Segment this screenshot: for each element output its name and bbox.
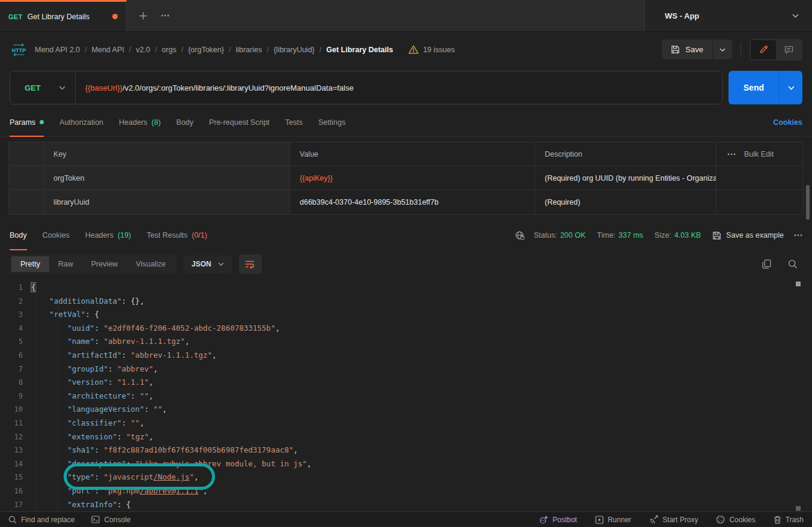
breadcrumb-item-libraries[interactable]: libraries — [235, 46, 262, 54]
select-all-cell[interactable] — [9, 142, 44, 166]
workspace-selector[interactable]: WS - App — [644, 0, 812, 31]
edit-request-button[interactable] — [751, 40, 776, 59]
tab-authorization[interactable]: Authorization — [59, 108, 103, 136]
copy-icon — [762, 259, 771, 269]
breadcrumb-item-get-library-details[interactable]: Get Library Details — [326, 46, 393, 54]
view-tab-raw[interactable]: Raw — [49, 256, 82, 272]
runner-button[interactable]: Runner — [595, 515, 631, 524]
response-tab-test-results[interactable]: Test Results(0/1) — [147, 221, 207, 250]
param-description-cell[interactable]: (Required) org UUID (by running Entities… — [535, 166, 717, 190]
save-icon — [712, 231, 721, 240]
find-and-replace-button[interactable]: Find and replace — [8, 516, 74, 524]
issues-indicator[interactable]: 19 issues — [408, 45, 455, 54]
response-options-button[interactable] — [794, 234, 802, 236]
save-button[interactable]: Save — [662, 40, 712, 59]
code-text: "classifier": "", — [31, 417, 144, 430]
console-button[interactable]: Console — [91, 516, 130, 524]
params-scrollbar[interactable] — [806, 185, 810, 220]
view-tab-visualize[interactable]: Visualize — [127, 256, 175, 272]
response-tab-cookies[interactable]: Cookies — [43, 221, 70, 250]
time-badge: Time: 337 ms — [597, 231, 643, 239]
param-key-cell[interactable]: libraryUuid — [44, 190, 290, 214]
response-tab-body[interactable]: Body — [10, 221, 27, 250]
method-selector[interactable]: GET — [10, 71, 76, 104]
tab-body[interactable]: Body — [177, 108, 194, 136]
breadcrumb-separator: / — [267, 46, 268, 54]
param-key-cell[interactable]: orgToken — [44, 166, 290, 190]
breadcrumb-item-orgs[interactable]: orgs — [162, 46, 176, 54]
time-label: Time: — [597, 231, 616, 239]
breadcrumb-item-mend-api-2-0[interactable]: Mend API 2.0 — [35, 46, 80, 54]
line-number: 2 — [0, 295, 31, 309]
breadcrumb-item-v2-0[interactable]: v2.0 — [136, 46, 150, 54]
column-header-key: Key — [44, 142, 290, 166]
tab-label: Settings — [318, 118, 345, 127]
new-tab-button[interactable] — [139, 11, 148, 20]
response-body-editor[interactable]: 1{2 "additionalData": {},3 "retVal": {4 … — [0, 279, 812, 511]
editor-scrollbar-mark[interactable] — [796, 282, 801, 286]
code-text: "extraInfo": { — [31, 498, 131, 512]
start-proxy-button[interactable]: Start Proxy — [649, 515, 698, 524]
tab-options-button[interactable] — [161, 14, 169, 17]
breadcrumb-item--orgtoken-[interactable]: {orgToken} — [188, 46, 224, 54]
params-options-button[interactable] — [727, 153, 736, 155]
breadcrumb-separator: / — [181, 46, 183, 54]
save-options-button[interactable] — [712, 40, 732, 59]
view-tab-pretty[interactable]: Pretty — [11, 256, 49, 272]
response-meta: Status: 200 OK Time: 337 ms Size: 4.03 K… — [515, 230, 802, 241]
tab-tests[interactable]: Tests — [285, 108, 303, 136]
send-button[interactable]: Send — [729, 71, 779, 104]
param-description-cell[interactable]: (Required) — [535, 190, 717, 214]
comments-button[interactable] — [776, 40, 801, 59]
response-tabs: BodyCookiesHeaders(19)Test Results(0/1) — [10, 221, 207, 250]
chevron-down-icon — [720, 48, 726, 52]
url-input[interactable]: {{baseUrl}}/v2.0/orgs/:orgToken/librarie… — [76, 83, 354, 92]
code-text: "sha1": "f8f2c887ad10bf67f634f005b6987fe… — [31, 444, 298, 457]
search-icon — [8, 516, 17, 524]
cookies-link[interactable]: Cookies — [773, 118, 802, 127]
tab-headers[interactable]: Headers(8) — [119, 108, 161, 136]
workspace-name: WS - App — [665, 11, 699, 20]
format-value: JSON — [192, 260, 211, 268]
line-number: 14 — [0, 457, 31, 471]
tab-pre-request-script[interactable]: Pre-request Script — [209, 108, 270, 136]
code-line: 2 "additionalData": {}, — [0, 295, 812, 309]
view-tab-preview[interactable]: Preview — [82, 256, 127, 272]
tab-settings[interactable]: Settings — [318, 108, 345, 136]
send-options-button[interactable] — [779, 71, 802, 104]
search-response-button[interactable] — [788, 259, 798, 269]
code-line: 14 "description": "Like ruby's abbrev mo… — [0, 457, 812, 471]
breadcrumb-separator: / — [85, 46, 86, 54]
row-select-cell[interactable] — [9, 166, 44, 190]
editor-scrollbar-mark[interactable] — [796, 506, 801, 511]
bulk-edit-label[interactable]: Bulk Edit — [744, 150, 774, 158]
copy-response-button[interactable] — [762, 259, 771, 269]
search-icon — [788, 259, 798, 269]
plus-icon — [139, 11, 148, 20]
breadcrumb-item-mend-api[interactable]: Mend API — [92, 46, 124, 54]
code-link[interactable]: /abbrev@1.1.1 — [140, 486, 199, 495]
response-header-row: BodyCookiesHeaders(19)Test Results(0/1) … — [0, 221, 812, 250]
trash-button[interactable]: Trash — [774, 515, 804, 524]
param-value-cell[interactable]: {{apiKey}} — [290, 166, 535, 190]
line-number: 6 — [0, 349, 31, 363]
tab-params[interactable]: Params — [10, 108, 44, 136]
open-request-tab[interactable]: GET Get Library Details — [0, 0, 127, 31]
breadcrumb-item--libraryuuid-[interactable]: {libraryUuid} — [274, 46, 315, 54]
cookies-button[interactable]: Cookies — [716, 515, 755, 524]
tab-label: Params — [10, 118, 35, 127]
row-select-cell[interactable] — [9, 190, 44, 214]
postbot-button[interactable]: Postbot — [539, 515, 577, 524]
size-label: Size: — [655, 231, 671, 239]
format-selector[interactable]: JSON — [184, 255, 232, 273]
code-line: 15 "type": "javascript/Node.js", — [0, 471, 812, 484]
line-number: 12 — [0, 430, 31, 444]
code-text: "name": "abbrev-1.1.1.tgz", — [31, 335, 189, 349]
code-text: "description": "Like ruby's abbrev modul… — [31, 457, 312, 471]
wrap-lines-button[interactable] — [239, 254, 262, 274]
save-as-example-button[interactable]: Save as example — [712, 231, 784, 240]
response-toolbar: PrettyRawPreviewVisualize JSON — [0, 250, 812, 279]
param-value-cell[interactable]: d66b39c4-0370-4e10-9895-3b51b31eff7b — [290, 190, 535, 214]
response-tab-headers[interactable]: Headers(19) — [85, 221, 131, 250]
code-link[interactable]: /Node.js — [153, 472, 189, 481]
